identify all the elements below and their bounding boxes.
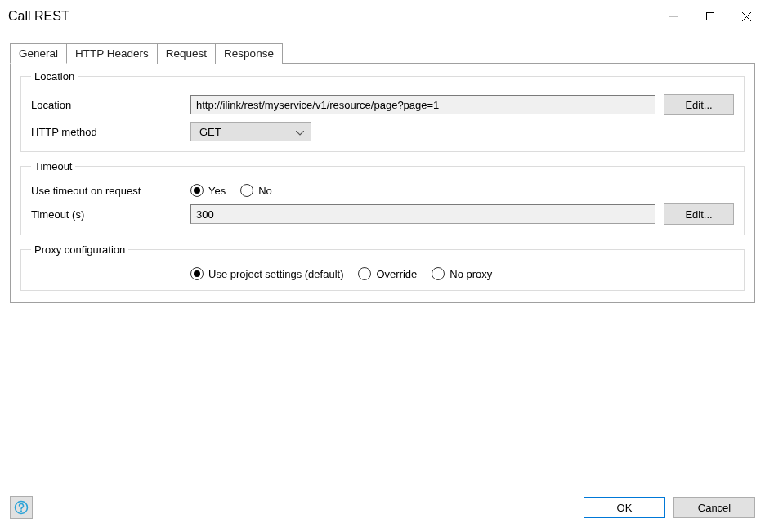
row-location: Location Edit... [31,94,734,115]
svg-point-5 [20,510,22,512]
main-area: General HTTP Headers Request Response Lo… [10,42,755,490]
location-group: Location Location Edit... HTTP method GE… [20,70,745,152]
timeout-legend: Timeout [31,160,75,172]
location-input[interactable] [190,95,655,114]
dialog-content: General HTTP Headers Request Response Lo… [0,33,765,532]
location-label: Location [31,99,190,111]
tab-strip: General HTTP Headers Request Response [10,42,755,63]
help-icon [14,500,29,515]
tab-panel-general: Location Location Edit... HTTP method GE… [10,63,755,303]
http-method-select[interactable]: GET [190,122,311,141]
window-controls [655,0,765,33]
use-timeout-no-radio[interactable]: No [240,184,272,197]
radio-no-label: No [258,185,272,197]
location-edit-button[interactable]: Edit... [664,94,734,115]
help-button[interactable] [10,496,33,519]
radio-icon [190,184,204,197]
proxy-group: Proxy configuration Use project settings… [20,244,745,291]
http-method-label: HTTP method [31,126,190,138]
use-timeout-yes-radio[interactable]: Yes [190,184,226,197]
timeout-edit-button[interactable]: Edit... [664,203,734,225]
maximize-icon [706,12,714,20]
dialog-footer: OK Cancel [10,490,755,522]
proxy-override-radio[interactable]: Override [358,267,417,280]
proxy-legend: Proxy configuration [31,244,128,256]
use-timeout-radio-group: Yes No [190,184,272,197]
titlebar: Call REST [0,0,765,33]
radio-icon [190,267,204,280]
maximize-button[interactable] [691,0,728,33]
radio-icon [432,267,445,280]
use-timeout-label: Use timeout on request [31,185,190,197]
radio-yes-label: Yes [208,185,226,197]
tab-response[interactable]: Response [215,43,283,64]
timeout-input[interactable] [190,204,655,224]
row-timeout-value: Timeout (s) Edit... [31,203,734,225]
radio-icon [358,267,371,280]
row-use-timeout: Use timeout on request Yes No [31,184,734,197]
proxy-project-radio[interactable]: Use project settings (default) [190,267,343,280]
row-proxy: Use project settings (default) Override … [31,267,734,280]
http-method-value: GET [199,126,221,138]
proxy-radio-group: Use project settings (default) Override … [190,267,492,280]
row-http-method: HTTP method GET [31,122,734,141]
close-button[interactable] [728,0,765,33]
tab-request[interactable]: Request [157,43,216,64]
location-legend: Location [31,70,78,83]
timeout-label: Timeout (s) [31,208,190,221]
minimize-icon [669,12,678,20]
proxy-noproxy-label: No proxy [450,268,492,280]
ok-button[interactable]: OK [584,497,665,518]
minimize-button[interactable] [655,0,691,33]
chevron-down-icon [296,126,304,138]
window-title: Call REST [8,9,69,24]
tab-general[interactable]: General [10,43,67,64]
cancel-button[interactable]: Cancel [673,497,755,518]
timeout-group: Timeout Use timeout on request Yes No [20,160,745,235]
proxy-noproxy-radio[interactable]: No proxy [432,267,492,280]
svg-rect-1 [706,13,714,20]
proxy-project-label: Use project settings (default) [208,268,343,280]
radio-icon [240,184,253,197]
tab-http-headers[interactable]: HTTP Headers [66,43,158,64]
close-icon [742,12,751,21]
proxy-override-label: Override [376,268,417,280]
